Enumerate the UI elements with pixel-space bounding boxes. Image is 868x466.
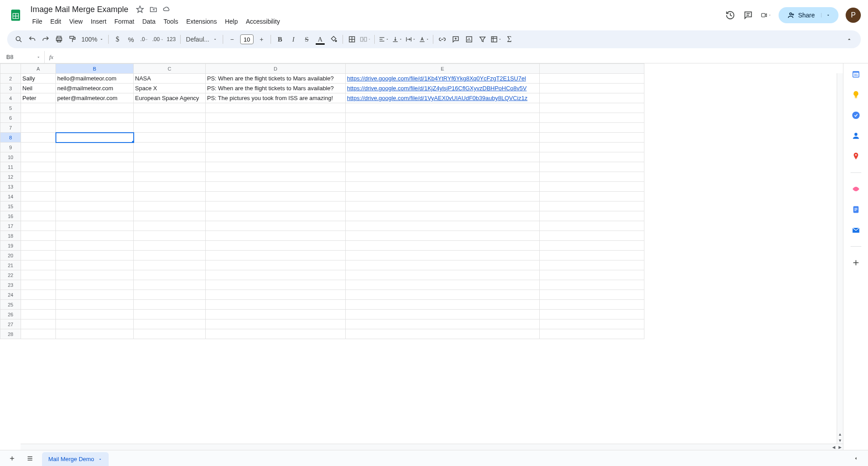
row-header[interactable]: 7 [0, 123, 21, 133]
menu-extensions[interactable]: Extensions [182, 16, 220, 27]
menu-accessibility[interactable]: Accessibility [242, 16, 284, 27]
cell[interactable] [206, 211, 346, 221]
cell[interactable] [346, 290, 540, 300]
cell[interactable] [134, 290, 206, 300]
cell[interactable] [346, 270, 540, 280]
font-family-select[interactable]: Defaul... [183, 33, 220, 46]
row-header[interactable]: 12 [0, 172, 21, 182]
row-header[interactable]: 28 [0, 329, 21, 339]
cell[interactable] [206, 143, 346, 152]
tasks-icon[interactable] [851, 111, 860, 120]
cell[interactable] [134, 172, 206, 182]
column-header[interactable] [540, 64, 644, 74]
cell[interactable]: European Space Agency [134, 93, 206, 103]
column-header[interactable]: A [21, 64, 56, 74]
vertical-scrollbar[interactable]: ▲▼ [837, 73, 843, 444]
cell[interactable] [134, 280, 206, 290]
cell[interactable] [56, 143, 134, 152]
cell[interactable] [346, 231, 540, 241]
cell[interactable] [56, 192, 134, 202]
cell[interactable] [134, 103, 206, 113]
currency-icon[interactable]: $ [111, 33, 124, 46]
cell[interactable]: https://drive.google.com/file/d/1VyAEX0v… [346, 93, 540, 103]
cell[interactable] [346, 211, 540, 221]
cell[interactable] [206, 221, 346, 231]
name-box[interactable]: B8 [0, 51, 45, 63]
cell[interactable] [540, 172, 644, 182]
zoom-select[interactable]: 100% [80, 33, 106, 46]
cell[interactable]: Neil [21, 84, 56, 93]
row-header[interactable]: 15 [0, 202, 21, 211]
cell[interactable] [134, 182, 206, 192]
cell[interactable] [540, 241, 644, 251]
cell[interactable] [540, 251, 644, 260]
cell[interactable] [540, 74, 644, 84]
menu-view[interactable]: View [66, 16, 86, 27]
filter-icon[interactable] [476, 33, 489, 46]
cell[interactable] [540, 202, 644, 211]
row-header[interactable]: 24 [0, 290, 21, 300]
addon-mailmeteor-icon[interactable] [851, 185, 860, 193]
cell[interactable] [206, 202, 346, 211]
row-header[interactable]: 13 [0, 182, 21, 192]
cell[interactable] [540, 143, 644, 152]
cell[interactable] [346, 152, 540, 162]
cell[interactable] [56, 211, 134, 221]
cell[interactable] [134, 260, 206, 270]
cell[interactable] [56, 133, 134, 143]
cell[interactable] [56, 202, 134, 211]
undo-icon[interactable] [26, 33, 38, 46]
cell[interactable] [206, 103, 346, 113]
sheet-tab-active[interactable]: Mail Merge Demo [42, 452, 109, 466]
meet-button[interactable] [761, 10, 771, 21]
cell[interactable] [21, 182, 56, 192]
menu-help[interactable]: Help [221, 16, 241, 27]
percent-icon[interactable]: % [125, 33, 137, 46]
row-header[interactable]: 26 [0, 310, 21, 319]
row-header[interactable]: 8 [0, 133, 21, 143]
cell[interactable] [540, 133, 644, 143]
cell[interactable] [206, 319, 346, 329]
cell[interactable] [346, 221, 540, 231]
cell[interactable] [346, 310, 540, 319]
column-header[interactable]: E [346, 64, 540, 74]
cell[interactable] [21, 329, 56, 339]
cell[interactable] [346, 260, 540, 270]
column-header[interactable]: B [56, 64, 134, 74]
cell[interactable]: PS: When are the flight tickets to Mars … [206, 84, 346, 93]
cell[interactable]: neil@mailmeteor.com [56, 84, 134, 93]
cell[interactable] [540, 103, 644, 113]
row-header[interactable]: 27 [0, 319, 21, 329]
formula-input[interactable] [58, 51, 868, 63]
cell[interactable] [56, 260, 134, 270]
cell[interactable] [540, 290, 644, 300]
cell[interactable] [56, 251, 134, 260]
cell[interactable] [21, 103, 56, 113]
cell[interactable]: Space X [134, 84, 206, 93]
cell[interactable] [56, 152, 134, 162]
chevron-down-icon[interactable] [98, 457, 102, 462]
cell[interactable] [206, 162, 346, 172]
cell[interactable] [206, 310, 346, 319]
row-header[interactable]: 16 [0, 211, 21, 221]
merge-cells-icon[interactable] [359, 33, 372, 46]
cell[interactable]: https://drive.google.com/file/d/1KjZ4yls… [346, 84, 540, 93]
row-header[interactable]: 19 [0, 241, 21, 251]
cell[interactable] [56, 290, 134, 300]
more-formats-button[interactable]: 123 [165, 33, 178, 46]
cell[interactable] [56, 280, 134, 290]
add-sheet-button[interactable] [6, 453, 18, 464]
cell[interactable]: hello@mailmeteor.com [56, 74, 134, 84]
calendar-icon[interactable]: 31 [851, 70, 860, 79]
cloud-status-icon[interactable] [162, 5, 171, 14]
cell[interactable] [21, 113, 56, 123]
cell[interactable] [56, 221, 134, 231]
cell[interactable] [134, 270, 206, 280]
explore-button[interactable] [850, 453, 862, 464]
cell[interactable]: peter@mailmeteor.com [56, 93, 134, 103]
cell[interactable] [21, 280, 56, 290]
search-menus-icon[interactable] [13, 33, 25, 46]
cell[interactable] [346, 241, 540, 251]
cell[interactable] [21, 143, 56, 152]
cell[interactable] [540, 329, 644, 339]
